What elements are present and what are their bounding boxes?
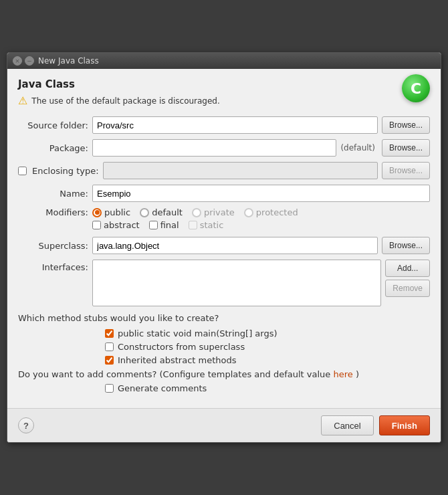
stub-main-label: public static void main(String[] args) <box>118 328 277 338</box>
default-label: default <box>152 207 183 217</box>
generate-comments-item: Generate comments <box>105 383 430 393</box>
modifier-private-option[interactable]: private <box>192 207 235 217</box>
stub-inherited-label: Inherited abstract methods <box>118 355 237 365</box>
source-folder-row: Source folder: Browse... <box>18 116 430 134</box>
name-input[interactable] <box>92 185 430 202</box>
section-title: Java Class <box>18 78 430 90</box>
footer-action-buttons: Cancel Finish <box>321 415 430 435</box>
modifiers-row: Modifiers: public default private protec… <box>18 207 430 217</box>
superclass-input[interactable] <box>92 237 378 254</box>
interfaces-remove-button[interactable]: Remove <box>385 280 430 297</box>
minimize-button[interactable]: − <box>25 56 34 66</box>
stubs-question: Which method stubs would you like to cre… <box>18 313 430 323</box>
stub-inherited-checkbox[interactable] <box>105 356 114 365</box>
public-radio-button[interactable] <box>92 208 102 217</box>
interfaces-section: Interfaces: Add... Remove <box>18 260 430 306</box>
package-label: Package: <box>18 143 88 153</box>
private-radio-button[interactable] <box>192 208 201 217</box>
titlebar: × − New Java Class <box>7 53 441 69</box>
enclosing-type-row: Enclosing type: Browse... <box>18 162 430 179</box>
modifier-protected-option[interactable]: protected <box>244 207 298 217</box>
dialog-content: Java Class ⚠ The use of the default pack… <box>7 69 441 408</box>
generate-comments-label: Generate comments <box>118 383 207 393</box>
name-row: Name: <box>18 185 430 202</box>
static-label: static <box>200 220 224 230</box>
main-window: × − New Java Class Java Class ⚠ The use … <box>7 52 441 443</box>
header-area: Java Class ⚠ The use of the default pack… <box>18 78 430 107</box>
dialog-footer: ? Cancel Finish <box>7 408 441 442</box>
cancel-button[interactable]: Cancel <box>321 415 373 435</box>
stub-main-item: public static void main(String[] args) <box>105 328 430 338</box>
enclosing-type-checkbox[interactable] <box>18 167 27 175</box>
public-label: public <box>104 207 130 217</box>
window-controls[interactable]: × − <box>13 56 34 66</box>
comments-section: Do you want to add comments? (Configure … <box>18 369 430 393</box>
final-checkbox[interactable] <box>149 221 158 229</box>
source-folder-browse-button[interactable]: Browse... <box>382 116 430 134</box>
final-label: final <box>160 220 179 230</box>
source-folder-label: Source folder: <box>18 120 88 130</box>
stubs-section: Which method stubs would you like to cre… <box>18 313 430 365</box>
enclosing-type-input[interactable] <box>103 162 378 179</box>
eclipse-logo: C <box>402 74 430 102</box>
modifiers-label: Modifiers: <box>18 207 88 217</box>
package-browse-button[interactable]: Browse... <box>382 139 430 157</box>
protected-label: protected <box>256 207 298 217</box>
modifier-radio-group: public default private protected <box>92 207 298 217</box>
final-modifier-item[interactable]: final <box>149 220 179 230</box>
finish-button[interactable]: Finish <box>379 415 430 435</box>
stub-constructors-checkbox[interactable] <box>105 342 114 351</box>
generate-comments-checkbox[interactable] <box>105 384 114 393</box>
warning-text: The use of the default package is discou… <box>31 96 219 106</box>
stub-main-checkbox[interactable] <box>105 329 114 338</box>
static-modifier-item[interactable]: static <box>189 220 224 230</box>
modifier-default-option[interactable]: default <box>140 207 183 217</box>
enclosing-browse-button[interactable]: Browse... <box>382 162 430 179</box>
package-row: Package: (default) Browse... <box>18 139 430 157</box>
comments-question-suffix: ) <box>356 369 359 379</box>
stub-constructors-label: Constructors from superclass <box>118 342 245 352</box>
stub-inherited-item: Inherited abstract methods <box>105 355 430 365</box>
private-label: private <box>204 207 235 217</box>
modifier-public-option[interactable]: public <box>92 207 130 217</box>
interfaces-buttons: Add... Remove <box>385 260 430 297</box>
abstract-label: abstract <box>104 220 140 230</box>
package-input[interactable] <box>92 139 336 157</box>
protected-radio-button[interactable] <box>244 208 253 217</box>
modifier-checkboxes-row: abstract final static <box>92 220 430 230</box>
source-folder-input[interactable] <box>92 116 378 134</box>
static-checkbox <box>189 221 197 229</box>
warning-icon: ⚠ <box>18 94 27 107</box>
comments-question-prefix: Do you want to add comments? (Configure … <box>18 369 330 379</box>
name-label: Name: <box>18 189 88 199</box>
window-title: New Java Class <box>38 56 435 66</box>
enclosing-type-label: Enclosing type: <box>32 166 99 176</box>
superclass-browse-button[interactable]: Browse... <box>382 237 430 254</box>
interfaces-add-button[interactable]: Add... <box>385 260 430 277</box>
abstract-modifier-item[interactable]: abstract <box>92 220 140 230</box>
comments-question: Do you want to add comments? (Configure … <box>18 369 430 379</box>
interfaces-textarea[interactable] <box>92 260 381 306</box>
abstract-checkbox[interactable] <box>92 221 101 229</box>
stub-constructors-item: Constructors from superclass <box>105 342 430 352</box>
comments-here-link[interactable]: here <box>333 369 352 379</box>
logo-area: C <box>402 74 430 102</box>
interfaces-label: Interfaces: <box>18 260 88 272</box>
help-button[interactable]: ? <box>18 417 34 433</box>
package-default-text: (default) <box>340 143 375 153</box>
default-radio-button[interactable] <box>140 208 149 217</box>
close-button[interactable]: × <box>13 56 22 66</box>
warning-bar: ⚠ The use of the default package is disc… <box>18 94 430 107</box>
superclass-row: Superclass: Browse... <box>18 237 430 254</box>
superclass-label: Superclass: <box>18 241 88 251</box>
